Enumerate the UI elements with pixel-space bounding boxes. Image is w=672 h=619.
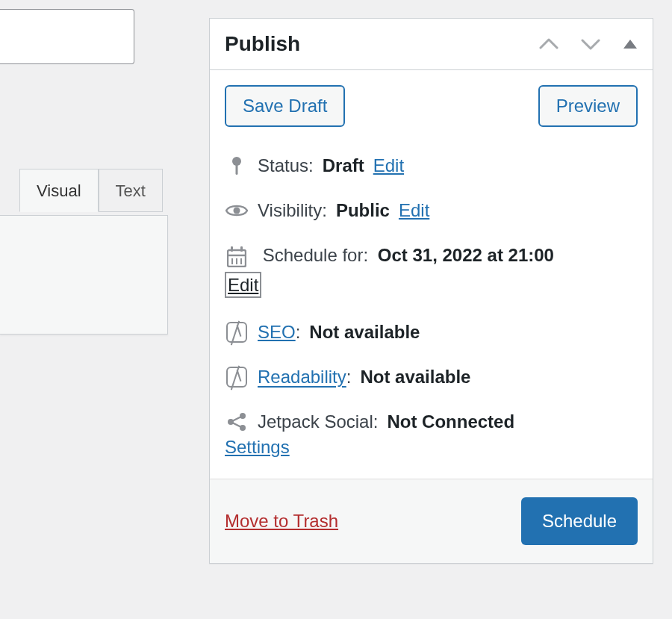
save-draft-button[interactable]: Save Draft (225, 85, 345, 127)
schedule-value: Oct 31, 2022 at 21:00 (378, 245, 554, 265)
schedule-row: Schedule for: Oct 31, 2022 at 21:00 Edit (225, 233, 638, 310)
svg-point-12 (240, 425, 246, 431)
visibility-label: Visibility: (258, 200, 327, 221)
seo-link[interactable]: SEO (258, 322, 296, 342)
editor-body[interactable] (0, 215, 168, 335)
eye-icon (225, 200, 249, 221)
publish-button-row: Save Draft Preview (225, 85, 638, 127)
panel-toggle-icon[interactable] (623, 38, 638, 50)
publish-title: Publish (225, 32, 300, 56)
svg-point-2 (234, 208, 240, 214)
move-to-trash-link[interactable]: Move to Trash (225, 511, 338, 532)
svg-rect-1 (236, 164, 238, 175)
svg-point-10 (228, 419, 234, 425)
yoast-icon (225, 322, 249, 343)
svg-line-14 (233, 423, 240, 426)
editor-tabs: Visual Text (19, 168, 169, 211)
jetpack-row: Jetpack Social: Not Connected Settings (225, 399, 638, 470)
preview-button[interactable]: Preview (538, 85, 638, 127)
status-edit-link[interactable]: Edit (373, 155, 404, 176)
visibility-value: Public (336, 200, 390, 221)
visibility-row: Visibility: Public Edit (225, 188, 638, 233)
svg-rect-6 (240, 246, 243, 252)
seo-value: Not available (309, 322, 420, 343)
svg-rect-5 (231, 246, 233, 252)
publish-footer: Move to Trash Schedule (210, 479, 653, 563)
jetpack-label: Jetpack Social: (258, 411, 378, 432)
schedule-edit-link[interactable]: Edit (225, 272, 261, 298)
status-row: Status: Draft Edit (225, 143, 638, 188)
tab-visual[interactable]: Visual (19, 169, 99, 212)
visibility-edit-link[interactable]: Edit (399, 200, 429, 221)
svg-line-13 (233, 417, 240, 420)
panel-controls (539, 37, 638, 51)
readability-row: Readability: Not available (225, 355, 638, 399)
jetpack-settings-link[interactable]: Settings (225, 437, 290, 458)
panel-move-up-icon[interactable] (539, 37, 559, 51)
readability-value: Not available (360, 367, 470, 388)
workspace: Visual Text Publish Save Draft Previ (0, 0, 672, 619)
svg-point-11 (240, 413, 246, 419)
schedule-label: Schedule for: (263, 245, 368, 265)
post-title-input[interactable] (0, 9, 134, 64)
publish-metabox: Publish Save Draft Preview (209, 18, 653, 564)
seo-sep: : (296, 322, 301, 342)
schedule-button[interactable]: Schedule (521, 497, 638, 545)
publish-header: Publish (210, 19, 653, 70)
tab-text[interactable]: Text (99, 169, 163, 212)
seo-row: SEO: Not available (225, 310, 638, 355)
status-label: Status: (258, 155, 314, 176)
pin-icon (225, 155, 249, 176)
status-value: Draft (323, 155, 364, 176)
share-icon (225, 411, 249, 432)
publish-body: Save Draft Preview Status: Draft Edit Vi… (210, 70, 653, 479)
calendar-icon (225, 246, 249, 267)
readability-sep: : (346, 367, 352, 387)
readability-link[interactable]: Readability (258, 367, 346, 387)
jetpack-value: Not Connected (387, 411, 514, 432)
yoast-icon (225, 367, 249, 388)
panel-move-down-icon[interactable] (581, 37, 600, 51)
